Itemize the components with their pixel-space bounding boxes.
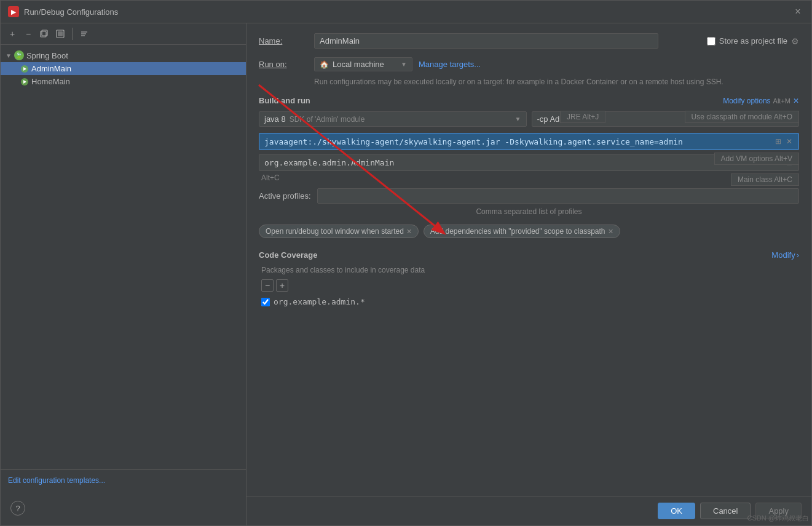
svg-rect-3	[58, 31, 63, 36]
store-project-label: Store as project file	[719, 36, 787, 46]
code-coverage-header: Code Coverage Modify ›	[259, 250, 799, 260]
chevron-down-icon: ▼	[6, 52, 12, 59]
main-class-text: org.example.admin.AdminMain	[264, 158, 785, 167]
main-class-row: org.example.admin.AdminMain ⊞	[259, 154, 799, 171]
dialog-title: Run/Debug Configurations	[24, 7, 118, 17]
right-scroll-area: Name: Store as project file ⚙ Run on: 🏠 …	[246, 23, 811, 496]
admin-run-icon	[20, 65, 29, 73]
name-label: Name:	[259, 36, 308, 46]
vm-expand-button[interactable]: ⊞	[774, 136, 782, 147]
profiles-input[interactable]	[317, 188, 799, 204]
close-button[interactable]: ×	[792, 6, 804, 18]
bottom-bar: OK Cancel Apply	[246, 496, 811, 525]
vm-actions: ⊞ ✕	[774, 136, 794, 147]
modify-link[interactable]: Modify ›	[771, 250, 799, 260]
coverage-item-checkbox[interactable]	[261, 298, 270, 306]
svg-rect-1	[41, 31, 46, 37]
move-config-button[interactable]	[53, 27, 67, 41]
active-profiles-label: Active profiles:	[259, 191, 311, 201]
coverage-add-button[interactable]: +	[276, 279, 288, 292]
sort-config-button[interactable]	[77, 27, 91, 41]
store-project-area: Store as project file ⚙	[707, 36, 799, 46]
home-main-item[interactable]: HomeMain	[1, 75, 246, 88]
run-on-label: Run on:	[259, 60, 308, 69]
copy-config-button[interactable]	[37, 27, 51, 41]
vm-delete-button[interactable]: ✕	[785, 136, 794, 147]
alt-c-label: Alt+C	[261, 173, 799, 182]
chevron-right-icon: ›	[797, 250, 799, 260]
vm-options-row: Add VM options Alt+V ⊞ ✕	[259, 133, 799, 150]
tag2-close-button[interactable]: ✕	[608, 228, 613, 236]
local-machine-text: Local machine	[333, 60, 384, 69]
coverage-item: org.example.admin.*	[259, 295, 799, 308]
build-run-section-header: Build and run Modify options Alt+M ✕	[259, 96, 799, 105]
sdk-dropdown-arrow: ▼	[515, 116, 521, 122]
modify-options-link[interactable]: Modify options Alt+M ✕	[723, 97, 799, 105]
gear-icon[interactable]: ⚙	[791, 36, 799, 46]
svg-rect-0	[42, 30, 47, 36]
coverage-desc: Packages and classes to include in cover…	[259, 266, 799, 274]
dropdown-arrow-icon: ▼	[401, 61, 407, 68]
run-on-description: Run configurations may be executed local…	[314, 76, 799, 87]
run-debug-dialog: ▶ Run/Debug Configurations × + −	[0, 0, 812, 526]
ok-button[interactable]: OK	[658, 503, 695, 519]
title-bar-left: ▶ Run/Debug Configurations	[8, 6, 118, 17]
home-main-label: HomeMain	[31, 77, 70, 86]
tag-run-debug-window: Open run/debug tool window when started …	[259, 225, 419, 238]
add-config-button[interactable]: +	[6, 27, 19, 41]
vm-input-wrapper: ⊞ ✕	[259, 133, 799, 150]
main-class-section: Main class Alt+C org.example.admin.Admin…	[259, 154, 799, 171]
cp-text: -cp Admin	[537, 114, 788, 124]
profiles-hint: Comma separated list of profiles	[259, 207, 799, 216]
cp-dropdown-arrow: ▼	[787, 116, 794, 122]
vm-options-input[interactable]	[264, 137, 771, 146]
config-tree: ▼ 🍃 Spring Boot AdminMain	[1, 45, 246, 469]
tag1-close-button[interactable]: ✕	[406, 228, 412, 236]
coverage-item-text: org.example.admin.*	[274, 297, 365, 306]
sdk-row: java 8 SDK of 'Admin' module ▼ -cp Admin…	[259, 111, 799, 127]
cancel-button[interactable]: Cancel	[700, 503, 751, 519]
app-icon: ▶	[8, 6, 19, 17]
name-row: Name: Store as project file ⚙	[259, 33, 799, 49]
sdk-hint: SDK of 'Admin' module	[290, 115, 365, 124]
manage-targets-link[interactable]: Manage targets...	[419, 60, 481, 69]
help-button[interactable]: ?	[10, 501, 25, 516]
left-toolbar: + −	[1, 23, 246, 45]
admin-main-label: AdminMain	[31, 64, 71, 73]
spring-boot-icon: 🍃	[14, 50, 24, 60]
main-content: + −	[1, 23, 811, 525]
left-panel: + −	[1, 23, 246, 525]
tags-row: Open run/debug tool window when started …	[259, 225, 799, 238]
tag-add-dependencies: Add dependencies with "provided" scope t…	[424, 225, 620, 238]
spring-boot-group: ▼ 🍃 Spring Boot AdminMain	[1, 47, 246, 89]
coverage-actions: − +	[259, 279, 799, 292]
right-panel: Name: Store as project file ⚙ Run on: 🏠 …	[246, 23, 811, 525]
admin-main-item[interactable]: AdminMain	[1, 62, 246, 75]
code-coverage-section: Code Coverage Modify › Packages and clas…	[259, 250, 799, 308]
remove-config-button[interactable]: −	[22, 27, 35, 41]
chevron-icon: ✕	[793, 97, 799, 105]
home-run-icon	[20, 78, 29, 86]
name-input[interactable]	[314, 33, 658, 49]
sdk-row-wrapper: JRE Alt+J Use classpath of module Alt+O …	[259, 111, 799, 127]
title-bar: ▶ Run/Debug Configurations ×	[1, 1, 811, 23]
edit-templates-link[interactable]: Edit configuration templates...	[1, 469, 246, 491]
code-coverage-title: Code Coverage	[259, 250, 317, 260]
spring-boot-label: Spring Boot	[26, 51, 68, 60]
cp-dropdown[interactable]: -cp Admin ▼	[532, 111, 800, 127]
build-run-title: Build and run	[259, 96, 310, 105]
run-on-row: Run on: 🏠 Local machine ▼ Manage targets…	[259, 57, 799, 71]
sdk-version: java 8	[264, 114, 286, 124]
run-on-dropdown[interactable]: 🏠 Local machine ▼	[314, 57, 412, 71]
bottom-left: ?	[1, 491, 246, 525]
store-project-checkbox[interactable]	[707, 37, 715, 46]
sdk-dropdown[interactable]: java 8 SDK of 'Admin' module ▼	[259, 111, 527, 127]
coverage-remove-button[interactable]: −	[261, 279, 274, 292]
spring-boot-group-header[interactable]: ▼ 🍃 Spring Boot	[1, 49, 246, 62]
watermark: CSDN @炸鸡叔老白	[747, 514, 809, 523]
active-profiles-row: Active profiles:	[259, 188, 799, 204]
main-class-browse-button[interactable]: ⊞	[785, 157, 794, 168]
